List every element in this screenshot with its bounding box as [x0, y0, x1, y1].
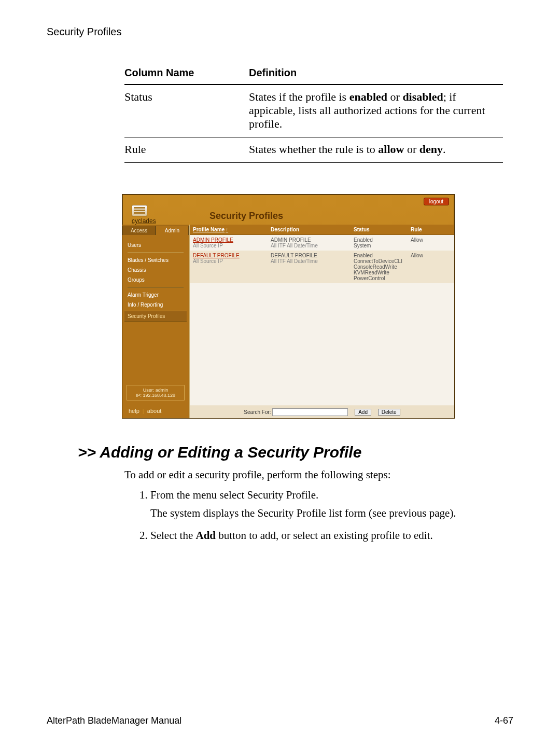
rule-cell: Allow [408, 235, 454, 251]
sidebar-item-users[interactable]: Users [128, 240, 184, 250]
step-item: From the menu select Security Profile. T… [150, 489, 513, 520]
sidebar-item-security-profiles[interactable]: Security Profiles [124, 311, 187, 322]
search-input[interactable] [272, 408, 348, 416]
definition-table: Column Name Definition Status States if … [124, 64, 503, 163]
app-logo: cyclades [122, 202, 189, 225]
profile-link[interactable]: DEFAULT PROFILE [193, 253, 264, 258]
security-profiles-app: cyclades Security Profiles logout Access… [122, 194, 455, 419]
add-button[interactable]: Add [355, 409, 371, 416]
status-cell: Enabled ConnectToDeviceCLI ConsoleReadWr… [351, 251, 408, 283]
steps-list: From the menu select Security Profile. T… [135, 489, 513, 542]
sidebar-item-info[interactable]: Info / Reporting [128, 300, 184, 310]
desc-line: All ITF All Date/Time [271, 258, 347, 264]
logout-button[interactable]: logout [424, 198, 449, 205]
cell-def: States whether the rule is to allow or d… [249, 137, 503, 163]
step-item: Select the Add button to add, or select … [150, 529, 513, 542]
sidebar-item-chassis[interactable]: Chassis [128, 265, 184, 275]
content-area: Profile Name↑ Description Status Rule AD… [189, 225, 454, 418]
col-header-name: Column Name [124, 64, 249, 85]
cell-name: Status [124, 85, 249, 137]
cell-name: Rule [124, 137, 249, 163]
tab-admin[interactable]: Admin [156, 226, 189, 235]
sidebar-item-blades[interactable]: Blades / Switches [128, 255, 184, 265]
footer-left: AlterPath BladeManager Manual [47, 715, 181, 726]
desc-line: DEFAULT PROFILE [271, 253, 347, 258]
status-cell: Enabled System [351, 235, 408, 251]
table-row: Rule States whether the rule is to allow… [124, 137, 503, 163]
col-description[interactable]: Description [268, 225, 351, 234]
col-rule[interactable]: Rule [408, 225, 454, 234]
table-row: Status States if the profile is enabled … [124, 85, 503, 137]
cyclades-icon [132, 205, 147, 216]
cell-def: States if the profile is enabled or disa… [249, 85, 503, 137]
search-label: Search For: [244, 409, 271, 415]
delete-button[interactable]: Delete [378, 409, 400, 416]
ip-label: IP: 192.168.48.128 [130, 393, 181, 398]
section-heading: >> Adding or Editing a Security Profile [78, 444, 513, 461]
help-link[interactable]: help [129, 408, 139, 414]
page-header: Security Profiles [47, 26, 513, 38]
tab-access[interactable]: Access [122, 226, 156, 235]
footer-right: 4-67 [495, 715, 513, 726]
profile-sub: All Source IP [193, 258, 223, 264]
col-status[interactable]: Status [351, 225, 408, 234]
col-header-def: Definition [249, 64, 503, 85]
intro-text: To add or edit a security profile, perfo… [124, 468, 498, 481]
desc-line: All ITF All Date/Time [271, 243, 347, 248]
about-link[interactable]: about [147, 408, 162, 414]
profile-sub: All Source IP [193, 243, 223, 248]
sidebar: Access Admin Users Blades / Switches Cha… [122, 225, 189, 418]
rule-cell: Allow [408, 251, 454, 283]
logo-text: cyclades [132, 217, 156, 225]
app-title: Security Profiles [209, 211, 283, 225]
profile-row[interactable]: DEFAULT PROFILE All Source IP DEFAULT PR… [190, 251, 454, 283]
profile-row[interactable]: ADMIN PROFILE All Source IP ADMIN PROFIL… [190, 235, 454, 251]
user-label: User: admin [130, 388, 181, 393]
user-info-box: User: admin IP: 192.168.48.128 [127, 385, 185, 400]
sidebar-item-alarm[interactable]: Alarm Trigger [128, 290, 184, 300]
content-footer: Search For: Add Delete [190, 406, 454, 418]
sort-asc-icon: ↑ [226, 227, 228, 232]
sidebar-item-groups[interactable]: Groups [128, 275, 184, 285]
col-profile-name[interactable]: Profile Name↑ [190, 225, 268, 234]
desc-line: ADMIN PROFILE [271, 237, 347, 243]
profile-link[interactable]: ADMIN PROFILE [193, 237, 264, 243]
